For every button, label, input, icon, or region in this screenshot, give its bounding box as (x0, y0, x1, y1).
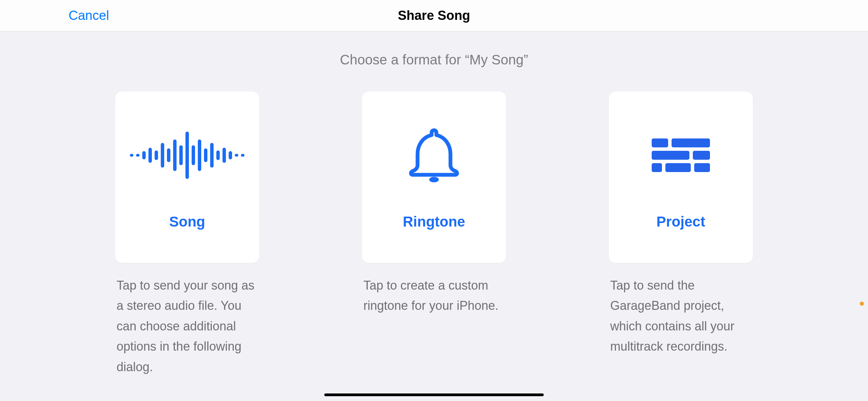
option-project: Project Tap to send the GarageBand proje… (609, 92, 753, 377)
subtitle-text: Choose a format for “My Song” (340, 52, 528, 68)
bell-icon (407, 124, 461, 186)
home-indicator[interactable] (324, 393, 544, 396)
tracks-icon (652, 124, 710, 186)
project-description: Tap to send the GarageBand project, whic… (609, 275, 753, 357)
project-label: Project (656, 214, 705, 230)
option-ringtone: Ringtone Tap to create a custom ringtone… (362, 92, 506, 377)
navbar: Cancel Share Song (0, 0, 868, 32)
content-area: Choose a format for “My Song” (0, 32, 868, 377)
option-song: Song Tap to send your song as a stereo a… (115, 92, 259, 377)
project-card[interactable]: Project (609, 92, 753, 263)
page-title: Share Song (398, 8, 470, 23)
waveform-icon (130, 124, 244, 186)
song-label: Song (169, 214, 205, 230)
cancel-button[interactable]: Cancel (69, 8, 109, 23)
song-description: Tap to send your song as a stereo audio … (115, 275, 259, 377)
options-row: Song Tap to send your song as a stereo a… (115, 92, 753, 377)
song-card[interactable]: Song (115, 92, 259, 263)
ringtone-card[interactable]: Ringtone (362, 92, 506, 263)
svg-point-0 (429, 177, 439, 182)
ringtone-description: Tap to create a custom ringtone for your… (362, 275, 506, 316)
side-indicator-dot (860, 302, 864, 306)
ringtone-label: Ringtone (403, 214, 465, 230)
